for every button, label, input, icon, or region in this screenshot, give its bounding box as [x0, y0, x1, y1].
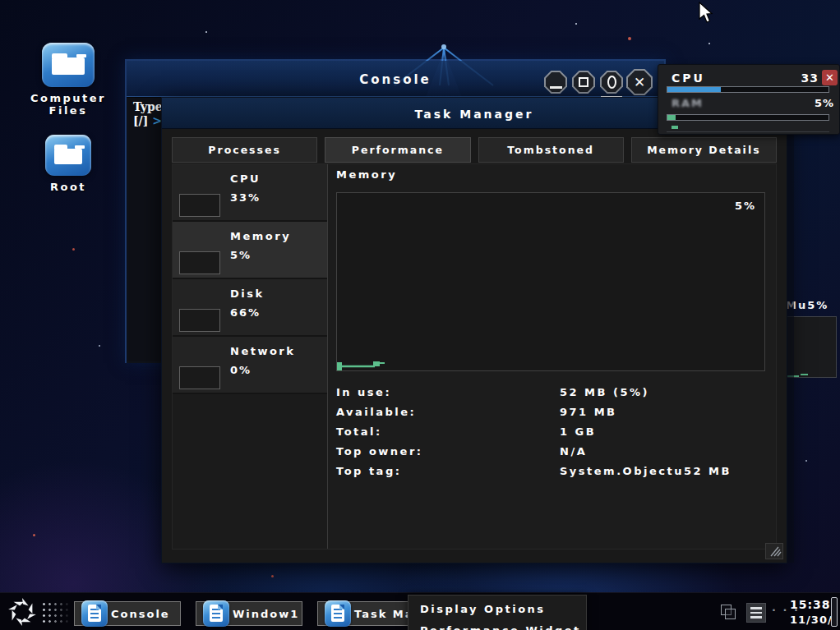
detail-available: Available: 971 MB: [336, 406, 764, 425]
memory-usage-graph: 5%: [336, 192, 765, 371]
desktop-icon-root[interactable]: Root: [23, 135, 113, 193]
network-mini-graph: [179, 366, 220, 389]
tab-processes[interactable]: Processes: [172, 137, 317, 163]
start-dot-grid: [41, 601, 72, 623]
minimize-button[interactable]: [544, 71, 567, 94]
cpu-usage-bar: [667, 86, 829, 93]
sidebar-item-network[interactable]: Network 0%: [173, 337, 327, 394]
desktop: { "desktop": { "icons": [ { "label": "Co…: [0, 0, 840, 630]
task-manager-content: CPU 33% Memory 5% Disk 66% Network 0% Me…: [172, 163, 777, 550]
folder-icon: [42, 43, 95, 87]
taskbar-context-menu: Display Options Performance Widget: [408, 595, 587, 630]
memory-panel: Memory 5% In use: 52 MB (5%) Available: …: [329, 164, 776, 549]
memory-mini-graph: [179, 251, 220, 274]
clock-date: 11/30/: [790, 614, 833, 626]
window-translucent-edge: [787, 98, 794, 563]
sidebar-item-cpu[interactable]: CPU 33%: [173, 164, 327, 222]
panel-heading: Memory: [336, 168, 397, 181]
tab-tombstoned[interactable]: Tombstoned: [478, 137, 624, 163]
desktop-icon-label: Computer Files: [15, 92, 122, 117]
task-manager-tabs: Processes Performance Tombstoned Memory …: [172, 137, 777, 163]
star: [575, 23, 577, 25]
star: [205, 31, 207, 33]
star: [628, 37, 631, 40]
show-desktop-button[interactable]: [831, 597, 838, 627]
disk-mini-graph: [179, 309, 220, 332]
menu-item-display-options[interactable]: Display Options: [420, 603, 546, 615]
performance-widget: CPU 33 ✕ RAM 5%: [658, 64, 840, 135]
folder-icon: [45, 135, 91, 176]
star: [708, 43, 710, 44]
detail-in-use: In use: 52 MB (5%): [336, 386, 764, 406]
widget-ram-value: 5%: [815, 97, 834, 109]
tab-memory-details[interactable]: Memory Details: [631, 137, 777, 163]
app-document-icon: [81, 600, 108, 627]
ram-usage-bar: [667, 114, 829, 121]
cpu-mini-graph: [179, 194, 220, 217]
mouse-cursor: [697, 2, 715, 25]
star: [72, 248, 75, 251]
desktop-icon-label: Root: [23, 181, 113, 193]
console-titlebar[interactable]: Console ✕: [127, 61, 664, 97]
start-button[interactable]: [7, 596, 71, 628]
sidebar-item-disk[interactable]: Disk 66%: [173, 279, 327, 337]
widgets-tray-icon[interactable]: [719, 603, 739, 623]
task-manager-window: Task Manager ✕ Processes Performance Tom…: [161, 97, 787, 563]
star: [271, 575, 274, 577]
tab-performance[interactable]: Performance: [325, 137, 470, 163]
memory-usage-line: [337, 193, 766, 370]
maximize-button[interactable]: [572, 71, 595, 94]
detail-top-tag: Top tag: System.Objectu52 MB: [336, 465, 764, 485]
star: [33, 534, 35, 536]
performance-sidebar: CPU 33% Memory 5% Disk 66% Network 0%: [173, 164, 328, 549]
app-document-icon: [325, 600, 351, 627]
detail-top-owner: Top owner: N/A: [336, 445, 764, 465]
pin-button[interactable]: [600, 71, 623, 94]
resize-grip[interactable]: [765, 543, 783, 559]
star: [99, 345, 100, 347]
sidebar-item-memory[interactable]: Memory 5%: [173, 222, 327, 279]
widget-close-button[interactable]: ✕: [822, 70, 838, 85]
widget-divider: [667, 131, 829, 132]
widget-cpu-value: 33: [801, 71, 819, 85]
taskbar-button-console[interactable]: Console: [74, 601, 181, 626]
app-document-icon: [203, 600, 229, 627]
taskbar-button-window1[interactable]: Window1: [196, 601, 302, 626]
ram-green-indicator: [672, 126, 678, 129]
desktop-icon-computer-files[interactable]: Computer Files: [15, 43, 122, 117]
detail-total: Total: 1 GB: [336, 425, 764, 445]
start-shuriken-icon: [7, 596, 38, 628]
clock-time: 15:38: [790, 598, 831, 611]
tray-menu-icon[interactable]: [746, 603, 766, 623]
widget-cpu-label: CPU: [672, 71, 705, 85]
widget-ram-label: RAM: [672, 97, 704, 109]
menu-item-performance-widget[interactable]: Performance Widget: [420, 624, 581, 630]
star: [805, 460, 807, 462]
